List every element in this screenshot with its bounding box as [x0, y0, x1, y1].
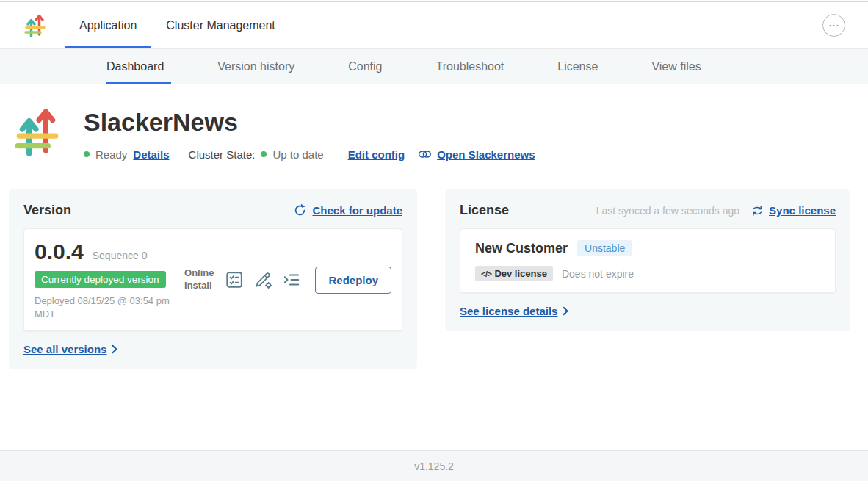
tab-troubleshoot-label: Troubleshoot	[435, 60, 504, 73]
last-synced-text: Last synced a few seconds ago	[596, 205, 739, 217]
version-info: 0.0.4 Sequence 0 Currently deployed vers…	[35, 239, 174, 320]
version-card-title: Version	[23, 203, 71, 218]
tab-license-label: License	[557, 60, 598, 73]
app-header-text: SlackerNews Ready Details Cluster State:…	[84, 108, 535, 162]
tab-view-files-label: View files	[651, 60, 701, 73]
sync-icon	[751, 205, 763, 217]
top-nav-tabs: Application Cluster Management	[65, 2, 290, 48]
tab-version-history-label: Version history	[217, 60, 294, 73]
page-title: SlackerNews	[84, 108, 535, 136]
expiration-text: Does not expire	[562, 268, 634, 280]
deployed-version-badge: Currently deployed version	[35, 271, 166, 288]
tab-config[interactable]: Config	[348, 49, 382, 84]
footer: v1.125.2	[0, 450, 868, 481]
customer-name: New Customer	[475, 241, 568, 256]
chevron-right-icon	[112, 344, 117, 354]
license-type-row: </> Dev license Does not expire	[475, 266, 820, 281]
app-icon	[15, 108, 60, 156]
cluster-state-value: Up to date	[272, 148, 323, 161]
app-header: SlackerNews Ready Details Cluster State:…	[15, 108, 868, 162]
redeploy-button[interactable]: Redeploy	[315, 267, 391, 294]
top-navbar: Application Cluster Management ⋯	[0, 2, 868, 48]
version-card: Version Check for update	[9, 189, 417, 369]
check-for-update-link[interactable]: Check for update	[294, 204, 402, 217]
tab-dashboard-label: Dashboard	[106, 60, 164, 73]
more-options-button[interactable]: ⋯	[822, 14, 845, 37]
config-button[interactable]	[253, 270, 272, 289]
app-status-text: Ready	[95, 148, 127, 161]
dev-license-badge: </> Dev license	[475, 266, 553, 281]
main-content: SlackerNews Ready Details Cluster State:…	[0, 108, 868, 369]
version-number: 0.0.4	[35, 239, 84, 264]
tab-application-label: Application	[79, 19, 137, 32]
see-all-versions-label: See all versions	[23, 343, 106, 355]
license-card-head: License Last synced a few seconds ago	[460, 203, 836, 218]
status-divider	[336, 147, 336, 162]
open-app-link[interactable]: Open Slackernews	[418, 148, 535, 161]
cluster-state-label: Cluster State:	[189, 148, 256, 161]
refresh-icon	[294, 204, 306, 217]
tab-config-label: Config	[348, 60, 382, 73]
customer-row: New Customer Unstable	[475, 240, 820, 256]
version-card-actions: Check for update	[294, 204, 402, 217]
release-notes-button[interactable]	[225, 270, 244, 289]
see-license-details-link[interactable]: See license details	[460, 305, 568, 317]
cluster-state-dot	[261, 151, 267, 157]
version-number-row: 0.0.4 Sequence 0	[35, 239, 174, 264]
channel-badge: Unstable	[577, 240, 632, 256]
license-card: License Last synced a few seconds ago	[445, 189, 850, 331]
logs-icon	[282, 270, 301, 289]
license-card-title: License	[460, 203, 509, 218]
app-status-dot	[84, 151, 90, 157]
tab-application[interactable]: Application	[65, 2, 151, 48]
tab-view-files[interactable]: View files	[651, 49, 701, 84]
open-app-label: Open Slackernews	[437, 148, 535, 161]
sub-navbar: Dashboard Version history Config Trouble…	[0, 48, 868, 84]
dev-license-label: Dev license	[494, 268, 547, 279]
tab-cluster-management-label: Cluster Management	[166, 19, 275, 32]
sync-license-link[interactable]: Sync license	[751, 204, 836, 217]
deployed-timestamp: Deployed 08/15/25 @ 03:54 pm MDT	[35, 294, 174, 320]
version-actions: Online Install	[184, 267, 391, 294]
see-all-versions-link[interactable]: See all versions	[23, 343, 117, 355]
tab-cluster-management[interactable]: Cluster Management	[151, 2, 290, 48]
version-card-head: Version Check for update	[23, 203, 402, 218]
tab-license[interactable]: License	[557, 49, 598, 84]
see-license-details-label: See license details	[460, 305, 557, 317]
install-type-label: Online Install	[184, 267, 214, 292]
tab-troubleshoot[interactable]: Troubleshoot	[435, 49, 504, 84]
edit-config-link[interactable]: Edit config	[348, 148, 405, 161]
chevron-right-icon	[563, 306, 568, 316]
check-for-update-label: Check for update	[312, 204, 402, 217]
checklist-icon	[225, 270, 244, 289]
ellipsis-icon: ⋯	[828, 19, 840, 32]
code-icon: </>	[481, 270, 491, 278]
chain-link-icon	[418, 150, 432, 159]
dashboard-cards: Version Check for update	[9, 189, 859, 369]
sync-license-label: Sync license	[769, 204, 836, 217]
license-card-actions: Last synced a few seconds ago Sync licen…	[596, 204, 836, 217]
app-status-row: Ready Details Cluster State: Up to date …	[84, 147, 535, 162]
tab-version-history[interactable]: Version history	[217, 49, 294, 84]
sequence-label: Sequence 0	[93, 250, 148, 261]
footer-version: v1.125.2	[414, 460, 454, 472]
details-link[interactable]: Details	[133, 148, 169, 161]
wrench-gear-icon	[253, 270, 272, 289]
tab-dashboard[interactable]: Dashboard	[106, 49, 164, 84]
logs-button[interactable]	[282, 270, 301, 289]
current-version-panel: 0.0.4 Sequence 0 Currently deployed vers…	[23, 228, 402, 331]
app-logo-icon	[24, 14, 46, 37]
license-panel: New Customer Unstable </> Dev license Do…	[460, 228, 836, 293]
